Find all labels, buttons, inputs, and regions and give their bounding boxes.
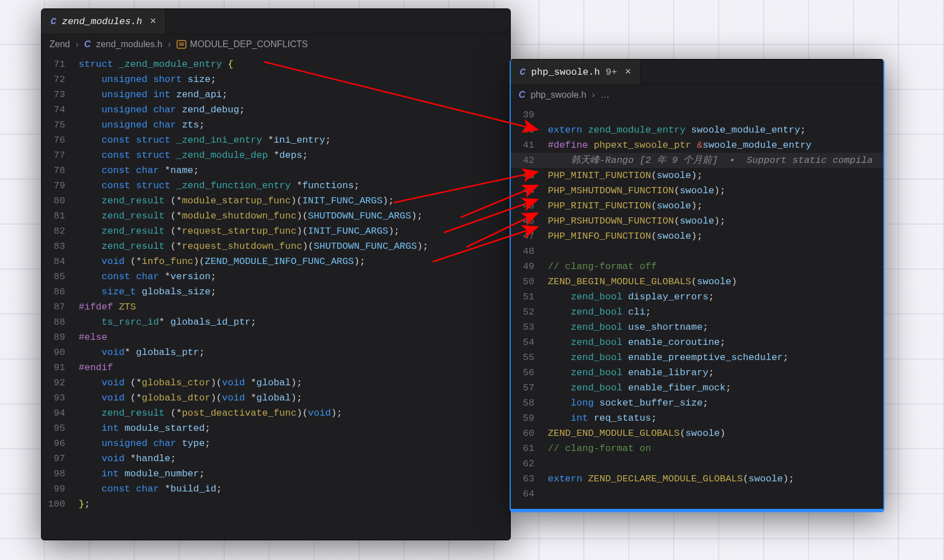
breadcrumb-seg[interactable]: php_swoole.h — [531, 90, 587, 100]
line-number: 45 — [511, 198, 548, 213]
code-content: zend_bool enable_library; — [548, 367, 714, 378]
code-line[interactable]: 75 unsigned char zts; — [42, 117, 510, 133]
code-content: extern ZEND_DECLARE_MODULE_GLOBALS(swool… — [548, 474, 795, 484]
code-line[interactable]: 51 zend_bool display_errors; — [511, 289, 883, 304]
code-line[interactable]: 60ZEND_END_MODULE_GLOBALS(swoole) — [511, 426, 883, 441]
tab-close-icon[interactable]: × — [150, 16, 156, 26]
code-line[interactable]: 100}; — [42, 497, 510, 512]
code-line[interactable]: 39 — [511, 107, 883, 122]
code-line[interactable]: 81 zend_result (*module_shutdown_func)(S… — [42, 208, 510, 224]
code-line[interactable]: 79 const struct _zend_function_entry *fu… — [42, 178, 510, 193]
code-line[interactable]: 87#ifdef ZTS — [42, 299, 510, 315]
code-line[interactable]: 96 unsigned char type; — [42, 436, 510, 451]
breadcrumb[interactable]: Zend › C zend_modules.h › MODULE_DEP_CON… — [42, 34, 510, 54]
code-line[interactable]: 80 zend_result (*module_startup_func)(IN… — [42, 193, 510, 208]
code-line[interactable]: 89#else — [42, 330, 510, 345]
code-line[interactable]: 56 zend_bool enable_library; — [511, 365, 883, 380]
code-content: zend_bool enable_preemptive_scheduler; — [548, 352, 789, 363]
line-number: 76 — [42, 133, 79, 148]
breadcrumb-symbol[interactable]: MODULE_DEP_CONFLICTS — [176, 39, 308, 49]
code-line[interactable]: 97 void *handle; — [42, 451, 510, 466]
code-line[interactable]: 73 unsigned int zend_api; — [42, 87, 510, 102]
code-content: unsigned char zts; — [79, 120, 205, 130]
code-line[interactable]: 49// clang-format off — [511, 259, 883, 274]
line-number: 96 — [42, 436, 79, 451]
line-number: 77 — [42, 148, 79, 163]
code-line[interactable]: 59 int req_status; — [511, 411, 883, 426]
code-line[interactable]: 54 zend_bool enable_coroutine; — [511, 335, 883, 350]
code-line[interactable]: 61// clang-format on — [511, 441, 883, 456]
code-content: PHP_RSHUTDOWN_FUNCTION(swoole); — [548, 216, 725, 226]
code-content: int module_started; — [79, 423, 211, 434]
code-line[interactable]: 76 const struct _zend_ini_entry *ini_ent… — [42, 133, 510, 148]
code-line[interactable]: 62 — [511, 456, 883, 471]
code-line[interactable]: 78 const char *name; — [42, 163, 510, 178]
line-number: 57 — [511, 380, 548, 395]
code-line[interactable]: 57 zend_bool enable_fiber_mock; — [511, 380, 883, 395]
code-line[interactable]: 86 size_t globals_size; — [42, 284, 510, 299]
code-line[interactable]: 42 韩天峰-Rango [2 年 9 个月前] • Support stati… — [511, 153, 883, 168]
language-badge: C — [51, 16, 56, 27]
code-content: int module_number; — [79, 468, 205, 479]
line-number: 49 — [511, 259, 548, 274]
code-line[interactable]: 53 zend_bool use_shortname; — [511, 320, 883, 335]
line-number: 85 — [42, 269, 79, 284]
code-line[interactable]: 50ZEND_BEGIN_MODULE_GLOBALS(swoole) — [511, 274, 883, 289]
code-line[interactable]: 72 unsigned short size; — [42, 72, 510, 87]
breadcrumb[interactable]: C php_swoole.h › … — [511, 84, 883, 105]
code-line[interactable]: 82 zend_result (*request_startup_func)(I… — [42, 224, 510, 239]
tab-active[interactable]: C php_swoole.h 9+ × — [511, 60, 641, 84]
code-line[interactable]: 55 zend_bool enable_preemptive_scheduler… — [511, 350, 883, 365]
line-number: 81 — [42, 208, 79, 224]
code-line[interactable]: 74 unsigned char zend_debug; — [42, 102, 510, 117]
line-number: 47 — [511, 229, 548, 244]
code-line[interactable]: 71struct _zend_module_entry { — [42, 57, 510, 72]
code-line[interactable]: 95 int module_started; — [42, 421, 510, 436]
code-content: zend_bool enable_coroutine; — [548, 337, 725, 348]
code-area[interactable]: 71struct _zend_module_entry {72 unsigned… — [42, 54, 510, 523]
code-area[interactable]: 3940extern zend_module_entry swoole_modu… — [511, 105, 883, 512]
code-line[interactable]: 99 const char *build_id; — [42, 481, 510, 497]
code-line[interactable]: 46PHP_RSHUTDOWN_FUNCTION(swoole); — [511, 213, 883, 229]
code-content: const char *name; — [79, 165, 199, 176]
breadcrumb-symbol[interactable]: … — [601, 90, 610, 100]
code-content: // clang-format off — [548, 261, 657, 272]
line-number: 75 — [42, 117, 79, 133]
code-content: #else — [79, 332, 107, 343]
line-number: 84 — [42, 254, 79, 269]
code-line[interactable]: 64 — [511, 486, 883, 502]
code-line[interactable]: 98 int module_number; — [42, 466, 510, 481]
code-line[interactable]: 45PHP_RINIT_FUNCTION(swoole); — [511, 198, 883, 213]
tab-active[interactable]: C zend_modules.h × — [42, 9, 166, 34]
code-line[interactable]: 93 void (*globals_dtor)(void *global); — [42, 390, 510, 406]
code-line[interactable]: 85 const char *version; — [42, 269, 510, 284]
code-line[interactable]: 41#define phpext_swoole_ptr &swoole_modu… — [511, 138, 883, 153]
line-number: 99 — [42, 481, 79, 497]
breadcrumb-seg[interactable]: Zend — [49, 39, 70, 49]
code-line[interactable]: 84 void (*info_func)(ZEND_MODULE_INFO_FU… — [42, 254, 510, 269]
code-line[interactable]: 94 zend_result (*post_deactivate_func)(v… — [42, 406, 510, 421]
code-line[interactable]: 77 const struct _zend_module_dep *deps; — [42, 148, 510, 163]
code-line[interactable]: 90 void* globals_ptr; — [42, 345, 510, 360]
chevron-right-icon: › — [168, 39, 171, 49]
code-line[interactable]: 47PHP_MINFO_FUNCTION(swoole); — [511, 229, 883, 244]
editor-window-left: C zend_modules.h × Zend › C zend_modules… — [41, 8, 511, 540]
code-line[interactable]: 88 ts_rsrc_id* globals_id_ptr; — [42, 315, 510, 330]
code-content: ZEND_END_MODULE_GLOBALS(swoole) — [548, 428, 725, 439]
code-line[interactable]: 44PHP_MSHUTDOWN_FUNCTION(swoole); — [511, 183, 883, 198]
breadcrumb-seg[interactable]: zend_modules.h — [96, 39, 162, 49]
code-line[interactable]: 58 long socket_buffer_size; — [511, 395, 883, 411]
line-number: 46 — [511, 213, 548, 229]
code-content: 韩天峰-Rango [2 年 9 个月前] • Support static c… — [548, 155, 873, 166]
code-content: PHP_MINFO_FUNCTION(swoole); — [548, 231, 702, 242]
code-line[interactable]: 52 zend_bool cli; — [511, 304, 883, 320]
code-line[interactable]: 91#endif — [42, 360, 510, 375]
code-line[interactable]: 40extern zend_module_entry swoole_module… — [511, 122, 883, 138]
code-line[interactable]: 43PHP_MINIT_FUNCTION(swoole); — [511, 168, 883, 183]
code-line[interactable]: 92 void (*globals_ctor)(void *global); — [42, 375, 510, 390]
code-line[interactable]: 48 — [511, 244, 883, 259]
tab-close-icon[interactable]: × — [625, 67, 631, 77]
code-line[interactable]: 83 zend_result (*request_shutdown_func)(… — [42, 239, 510, 254]
code-line[interactable]: 63extern ZEND_DECLARE_MODULE_GLOBALS(swo… — [511, 471, 883, 486]
enum-icon — [176, 39, 187, 49]
